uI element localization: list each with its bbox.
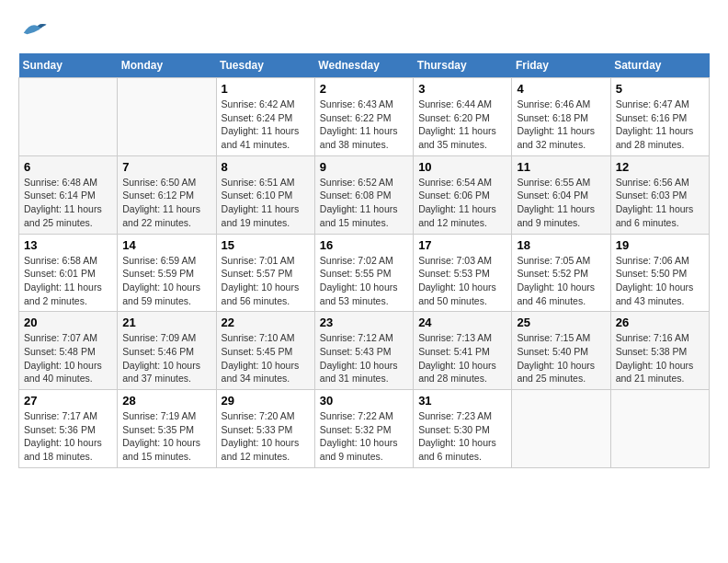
calendar-cell: 3Sunrise: 6:44 AM Sunset: 6:20 PM Daylig… — [414, 78, 512, 156]
day-number: 2 — [320, 82, 408, 96]
day-info: Sunrise: 6:42 AM Sunset: 6:24 PM Dayligh… — [222, 98, 310, 152]
day-info: Sunrise: 7:09 AM Sunset: 5:46 PM Dayligh… — [122, 331, 210, 385]
day-header-tuesday: Tuesday — [216, 53, 314, 78]
day-info: Sunrise: 7:03 AM Sunset: 5:53 PM Dayligh… — [418, 254, 506, 308]
day-header-thursday: Thursday — [414, 53, 512, 78]
day-info: Sunrise: 7:01 AM Sunset: 5:57 PM Dayligh… — [222, 254, 310, 308]
calendar-cell: 21Sunrise: 7:09 AM Sunset: 5:46 PM Dayli… — [118, 312, 216, 390]
calendar-cell: 14Sunrise: 6:59 AM Sunset: 5:59 PM Dayli… — [118, 234, 216, 312]
day-info: Sunrise: 6:52 AM Sunset: 6:08 PM Dayligh… — [320, 176, 408, 230]
calendar-cell: 25Sunrise: 7:15 AM Sunset: 5:40 PM Dayli… — [512, 312, 610, 390]
day-info: Sunrise: 6:43 AM Sunset: 6:22 PM Dayligh… — [320, 98, 408, 152]
day-number: 14 — [122, 238, 210, 252]
day-info: Sunrise: 6:50 AM Sunset: 6:12 PM Dayligh… — [122, 176, 210, 230]
calendar-week-4: 20Sunrise: 7:07 AM Sunset: 5:48 PM Dayli… — [19, 312, 710, 390]
day-number: 30 — [320, 394, 408, 408]
day-number: 15 — [222, 238, 310, 252]
day-number: 8 — [222, 160, 310, 174]
day-info: Sunrise: 7:15 AM Sunset: 5:40 PM Dayligh… — [517, 331, 605, 385]
day-info: Sunrise: 6:48 AM Sunset: 6:14 PM Dayligh… — [24, 176, 112, 230]
day-header-saturday: Saturday — [610, 53, 709, 78]
calendar-cell: 1Sunrise: 6:42 AM Sunset: 6:24 PM Daylig… — [216, 78, 314, 156]
day-info: Sunrise: 7:19 AM Sunset: 5:35 PM Dayligh… — [122, 409, 210, 464]
day-number: 10 — [418, 160, 506, 174]
calendar-cell: 31Sunrise: 7:23 AM Sunset: 5:30 PM Dayli… — [414, 390, 512, 468]
day-info: Sunrise: 7:20 AM Sunset: 5:33 PM Dayligh… — [222, 409, 310, 464]
calendar-cell: 2Sunrise: 6:43 AM Sunset: 6:22 PM Daylig… — [314, 78, 413, 156]
day-number: 31 — [418, 394, 506, 408]
calendar-cell: 9Sunrise: 6:52 AM Sunset: 6:08 PM Daylig… — [314, 155, 413, 234]
calendar-cell — [118, 78, 216, 156]
day-number: 18 — [517, 238, 605, 252]
day-number: 4 — [517, 82, 605, 96]
day-number: 29 — [222, 394, 310, 408]
calendar-cell: 22Sunrise: 7:10 AM Sunset: 5:45 PM Dayli… — [216, 312, 314, 390]
day-info: Sunrise: 7:02 AM Sunset: 5:55 PM Dayligh… — [320, 254, 408, 308]
calendar-week-1: 1Sunrise: 6:42 AM Sunset: 6:24 PM Daylig… — [19, 78, 710, 156]
page-header — [18, 18, 710, 44]
calendar-cell: 12Sunrise: 6:56 AM Sunset: 6:03 PM Dayli… — [610, 155, 709, 234]
calendar-week-5: 27Sunrise: 7:17 AM Sunset: 5:36 PM Dayli… — [19, 390, 710, 468]
calendar-cell — [610, 390, 709, 468]
calendar-body: 1Sunrise: 6:42 AM Sunset: 6:24 PM Daylig… — [19, 78, 710, 468]
day-number: 28 — [122, 394, 210, 408]
day-number: 21 — [122, 316, 210, 329]
day-number: 5 — [616, 82, 704, 96]
calendar-cell: 26Sunrise: 7:16 AM Sunset: 5:38 PM Dayli… — [610, 312, 709, 390]
day-info: Sunrise: 7:06 AM Sunset: 5:50 PM Dayligh… — [616, 254, 704, 308]
calendar-cell: 18Sunrise: 7:05 AM Sunset: 5:52 PM Dayli… — [512, 234, 610, 312]
calendar-cell: 23Sunrise: 7:12 AM Sunset: 5:43 PM Dayli… — [314, 312, 413, 390]
day-number: 9 — [320, 160, 408, 174]
day-info: Sunrise: 6:51 AM Sunset: 6:10 PM Dayligh… — [222, 176, 310, 230]
calendar-cell: 27Sunrise: 7:17 AM Sunset: 5:36 PM Dayli… — [19, 390, 118, 468]
calendar-cell: 16Sunrise: 7:02 AM Sunset: 5:55 PM Dayli… — [314, 234, 413, 312]
day-number: 7 — [122, 160, 210, 174]
day-number: 24 — [418, 316, 506, 329]
calendar-cell: 15Sunrise: 7:01 AM Sunset: 5:57 PM Dayli… — [216, 234, 314, 312]
day-number: 26 — [616, 316, 704, 329]
calendar-cell: 29Sunrise: 7:20 AM Sunset: 5:33 PM Dayli… — [216, 390, 314, 468]
day-number: 19 — [616, 238, 704, 252]
day-number: 12 — [616, 160, 704, 174]
calendar-cell: 6Sunrise: 6:48 AM Sunset: 6:14 PM Daylig… — [19, 155, 118, 234]
day-info: Sunrise: 6:47 AM Sunset: 6:16 PM Dayligh… — [616, 98, 704, 152]
day-info: Sunrise: 7:07 AM Sunset: 5:48 PM Dayligh… — [24, 331, 112, 385]
day-info: Sunrise: 7:22 AM Sunset: 5:32 PM Dayligh… — [320, 409, 408, 464]
calendar-header-row: SundayMondayTuesdayWednesdayThursdayFrid… — [19, 53, 710, 78]
calendar-cell: 19Sunrise: 7:06 AM Sunset: 5:50 PM Dayli… — [610, 234, 709, 312]
day-number: 16 — [320, 238, 408, 252]
calendar-cell: 4Sunrise: 6:46 AM Sunset: 6:18 PM Daylig… — [512, 78, 610, 156]
calendar-cell: 13Sunrise: 6:58 AM Sunset: 6:01 PM Dayli… — [19, 234, 118, 312]
logo-icon — [20, 18, 48, 40]
calendar-cell — [512, 390, 610, 468]
day-info: Sunrise: 7:16 AM Sunset: 5:38 PM Dayligh… — [616, 331, 704, 385]
day-info: Sunrise: 7:10 AM Sunset: 5:45 PM Dayligh… — [222, 331, 310, 385]
day-info: Sunrise: 7:05 AM Sunset: 5:52 PM Dayligh… — [517, 254, 605, 308]
day-number: 1 — [222, 82, 310, 96]
calendar-cell: 28Sunrise: 7:19 AM Sunset: 5:35 PM Dayli… — [118, 390, 216, 468]
calendar-cell: 30Sunrise: 7:22 AM Sunset: 5:32 PM Dayli… — [314, 390, 413, 468]
day-info: Sunrise: 7:17 AM Sunset: 5:36 PM Dayligh… — [24, 409, 112, 464]
day-header-monday: Monday — [118, 53, 216, 78]
day-info: Sunrise: 6:56 AM Sunset: 6:03 PM Dayligh… — [616, 176, 704, 230]
day-info: Sunrise: 7:23 AM Sunset: 5:30 PM Dayligh… — [418, 409, 506, 464]
day-number: 20 — [24, 316, 112, 329]
day-number: 27 — [24, 394, 112, 408]
day-info: Sunrise: 7:13 AM Sunset: 5:41 PM Dayligh… — [418, 331, 506, 385]
calendar-cell: 24Sunrise: 7:13 AM Sunset: 5:41 PM Dayli… — [414, 312, 512, 390]
day-number: 3 — [418, 82, 506, 96]
day-number: 6 — [24, 160, 112, 174]
day-info: Sunrise: 7:12 AM Sunset: 5:43 PM Dayligh… — [320, 331, 408, 385]
day-info: Sunrise: 6:54 AM Sunset: 6:06 PM Dayligh… — [418, 176, 506, 230]
day-header-friday: Friday — [512, 53, 610, 78]
calendar-cell: 11Sunrise: 6:55 AM Sunset: 6:04 PM Dayli… — [512, 155, 610, 234]
day-number: 17 — [418, 238, 506, 252]
calendar-week-2: 6Sunrise: 6:48 AM Sunset: 6:14 PM Daylig… — [19, 155, 710, 234]
calendar-cell: 10Sunrise: 6:54 AM Sunset: 6:06 PM Dayli… — [414, 155, 512, 234]
day-info: Sunrise: 6:58 AM Sunset: 6:01 PM Dayligh… — [24, 254, 112, 308]
day-number: 23 — [320, 316, 408, 329]
day-number: 13 — [24, 238, 112, 252]
day-info: Sunrise: 6:46 AM Sunset: 6:18 PM Dayligh… — [517, 98, 605, 152]
calendar-cell: 20Sunrise: 7:07 AM Sunset: 5:48 PM Dayli… — [19, 312, 118, 390]
day-number: 25 — [517, 316, 605, 329]
